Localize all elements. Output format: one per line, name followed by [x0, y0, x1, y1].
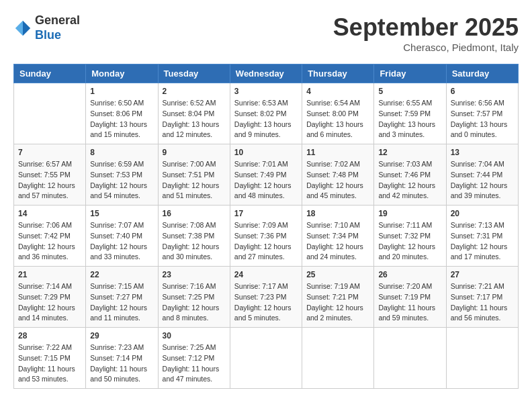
day-info: Sunrise: 6:56 AMSunset: 7:57 PMDaylight:…: [451, 98, 514, 140]
day-number: 5: [378, 87, 441, 96]
day-info: Sunrise: 7:07 AMSunset: 7:40 PMDaylight:…: [90, 220, 153, 263]
table-row: 8Sunrise: 6:59 AMSunset: 7:53 PMDaylight…: [86, 144, 158, 205]
col-wednesday: Wednesday: [230, 64, 302, 83]
calendar-table: Sunday Monday Tuesday Wednesday Thursday…: [13, 64, 519, 389]
table-row: 24Sunrise: 7:17 AMSunset: 7:23 PMDayligh…: [230, 267, 302, 328]
col-thursday: Thursday: [302, 64, 374, 83]
table-row: [14, 83, 86, 144]
table-row: 27Sunrise: 7:21 AMSunset: 7:17 PMDayligh…: [446, 267, 518, 328]
day-info: Sunrise: 6:52 AMSunset: 8:04 PMDaylight:…: [163, 98, 226, 140]
day-info: Sunrise: 7:04 AMSunset: 7:44 PMDaylight:…: [451, 159, 514, 201]
calendar-week-row: 14Sunrise: 7:06 AMSunset: 7:42 PMDayligh…: [14, 205, 519, 267]
table-row: 10Sunrise: 7:01 AMSunset: 7:49 PMDayligh…: [230, 144, 302, 205]
day-info: Sunrise: 7:15 AMSunset: 7:27 PMDaylight:…: [90, 281, 153, 324]
svg-marker-0: [23, 20, 30, 35]
day-number: 17: [234, 209, 298, 218]
day-info: Sunrise: 7:22 AMSunset: 7:15 PMDaylight:…: [18, 342, 81, 385]
day-number: 30: [163, 331, 226, 340]
day-number: 12: [378, 148, 441, 157]
day-info: Sunrise: 7:13 AMSunset: 7:31 PMDaylight:…: [451, 220, 514, 263]
svg-marker-1: [15, 20, 23, 35]
day-info: Sunrise: 7:01 AMSunset: 7:49 PMDaylight:…: [234, 159, 298, 201]
table-row: 17Sunrise: 7:09 AMSunset: 7:36 PMDayligh…: [230, 205, 302, 267]
table-row: 11Sunrise: 7:02 AMSunset: 7:48 PMDayligh…: [302, 144, 374, 205]
day-number: 1: [90, 87, 153, 96]
logo-blue-text: Blue: [35, 28, 61, 42]
day-number: 19: [378, 209, 441, 218]
table-row: 26Sunrise: 7:20 AMSunset: 7:19 PMDayligh…: [374, 267, 446, 328]
table-row: [230, 328, 302, 389]
calendar-week-row: 21Sunrise: 7:14 AMSunset: 7:29 PMDayligh…: [14, 267, 519, 328]
day-info: Sunrise: 7:14 AMSunset: 7:29 PMDaylight:…: [18, 281, 81, 324]
day-number: 22: [90, 270, 153, 279]
day-number: 23: [163, 270, 226, 279]
day-info: Sunrise: 7:08 AMSunset: 7:38 PMDaylight:…: [163, 220, 226, 263]
page-header: General Blue September 2025 Cherasco, Pi…: [13, 13, 519, 53]
col-monday: Monday: [86, 64, 158, 83]
table-row: [302, 328, 374, 389]
day-number: 2: [163, 87, 226, 96]
table-row: 23Sunrise: 7:16 AMSunset: 7:25 PMDayligh…: [158, 267, 230, 328]
month-title: September 2025: [333, 13, 519, 42]
table-row: 7Sunrise: 6:57 AMSunset: 7:55 PMDaylight…: [14, 144, 86, 205]
day-number: 24: [234, 270, 298, 279]
day-number: 15: [90, 209, 153, 218]
day-number: 16: [163, 209, 226, 218]
table-row: 22Sunrise: 7:15 AMSunset: 7:27 PMDayligh…: [86, 267, 158, 328]
day-info: Sunrise: 6:57 AMSunset: 7:55 PMDaylight:…: [18, 159, 81, 201]
day-info: Sunrise: 7:23 AMSunset: 7:14 PMDaylight:…: [90, 342, 153, 385]
day-info: Sunrise: 6:55 AMSunset: 7:59 PMDaylight:…: [378, 98, 441, 140]
day-info: Sunrise: 7:09 AMSunset: 7:36 PMDaylight:…: [234, 220, 298, 263]
day-info: Sunrise: 7:02 AMSunset: 7:48 PMDaylight:…: [306, 159, 369, 201]
day-number: 20: [451, 209, 514, 218]
table-row: 30Sunrise: 7:25 AMSunset: 7:12 PMDayligh…: [158, 328, 230, 389]
table-row: 2Sunrise: 6:52 AMSunset: 8:04 PMDaylight…: [158, 83, 230, 144]
calendar-week-row: 1Sunrise: 6:50 AMSunset: 8:06 PMDaylight…: [14, 83, 519, 144]
day-info: Sunrise: 6:54 AMSunset: 8:00 PMDaylight:…: [306, 98, 369, 140]
day-info: Sunrise: 7:16 AMSunset: 7:25 PMDaylight:…: [163, 281, 226, 324]
table-row: 13Sunrise: 7:04 AMSunset: 7:44 PMDayligh…: [446, 144, 518, 205]
table-row: 14Sunrise: 7:06 AMSunset: 7:42 PMDayligh…: [14, 205, 86, 267]
table-row: [374, 328, 446, 389]
calendar-header-row: Sunday Monday Tuesday Wednesday Thursday…: [14, 64, 519, 83]
col-friday: Friday: [374, 64, 446, 83]
table-row: 1Sunrise: 6:50 AMSunset: 8:06 PMDaylight…: [86, 83, 158, 144]
col-tuesday: Tuesday: [158, 64, 230, 83]
calendar-week-row: 7Sunrise: 6:57 AMSunset: 7:55 PMDaylight…: [14, 144, 519, 205]
day-info: Sunrise: 7:25 AMSunset: 7:12 PMDaylight:…: [163, 342, 226, 385]
day-number: 10: [234, 148, 298, 157]
table-row: 29Sunrise: 7:23 AMSunset: 7:14 PMDayligh…: [86, 328, 158, 389]
day-number: 3: [234, 87, 298, 96]
table-row: 6Sunrise: 6:56 AMSunset: 7:57 PMDaylight…: [446, 83, 518, 144]
table-row: 9Sunrise: 7:00 AMSunset: 7:51 PMDaylight…: [158, 144, 230, 205]
table-row: 25Sunrise: 7:19 AMSunset: 7:21 PMDayligh…: [302, 267, 374, 328]
table-row: 18Sunrise: 7:10 AMSunset: 7:34 PMDayligh…: [302, 205, 374, 267]
day-info: Sunrise: 7:17 AMSunset: 7:23 PMDaylight:…: [234, 281, 298, 324]
day-info: Sunrise: 7:19 AMSunset: 7:21 PMDaylight:…: [306, 281, 369, 324]
day-info: Sunrise: 6:59 AMSunset: 7:53 PMDaylight:…: [90, 159, 153, 201]
table-row: 5Sunrise: 6:55 AMSunset: 7:59 PMDaylight…: [374, 83, 446, 144]
day-number: 4: [306, 87, 369, 96]
day-number: 14: [18, 209, 81, 218]
day-info: Sunrise: 7:03 AMSunset: 7:46 PMDaylight:…: [378, 159, 441, 201]
day-info: Sunrise: 7:06 AMSunset: 7:42 PMDaylight:…: [18, 220, 81, 263]
col-saturday: Saturday: [446, 64, 518, 83]
day-number: 9: [163, 148, 226, 157]
table-row: 4Sunrise: 6:54 AMSunset: 8:00 PMDaylight…: [302, 83, 374, 144]
day-info: Sunrise: 7:10 AMSunset: 7:34 PMDaylight:…: [306, 220, 369, 263]
day-number: 25: [306, 270, 369, 279]
day-number: 7: [18, 148, 81, 157]
day-number: 8: [90, 148, 153, 157]
day-number: 28: [18, 331, 81, 340]
day-number: 11: [306, 148, 369, 157]
logo-general-text: General: [35, 13, 80, 27]
table-row: 15Sunrise: 7:07 AMSunset: 7:40 PMDayligh…: [86, 205, 158, 267]
table-row: 19Sunrise: 7:11 AMSunset: 7:32 PMDayligh…: [374, 205, 446, 267]
day-info: Sunrise: 7:00 AMSunset: 7:51 PMDaylight:…: [163, 159, 226, 201]
table-row: 28Sunrise: 7:22 AMSunset: 7:15 PMDayligh…: [14, 328, 86, 389]
day-info: Sunrise: 7:20 AMSunset: 7:19 PMDaylight:…: [378, 281, 441, 324]
col-sunday: Sunday: [14, 64, 86, 83]
table-row: 3Sunrise: 6:53 AMSunset: 8:02 PMDaylight…: [230, 83, 302, 144]
day-number: 13: [451, 148, 514, 157]
day-info: Sunrise: 7:21 AMSunset: 7:17 PMDaylight:…: [451, 281, 514, 324]
